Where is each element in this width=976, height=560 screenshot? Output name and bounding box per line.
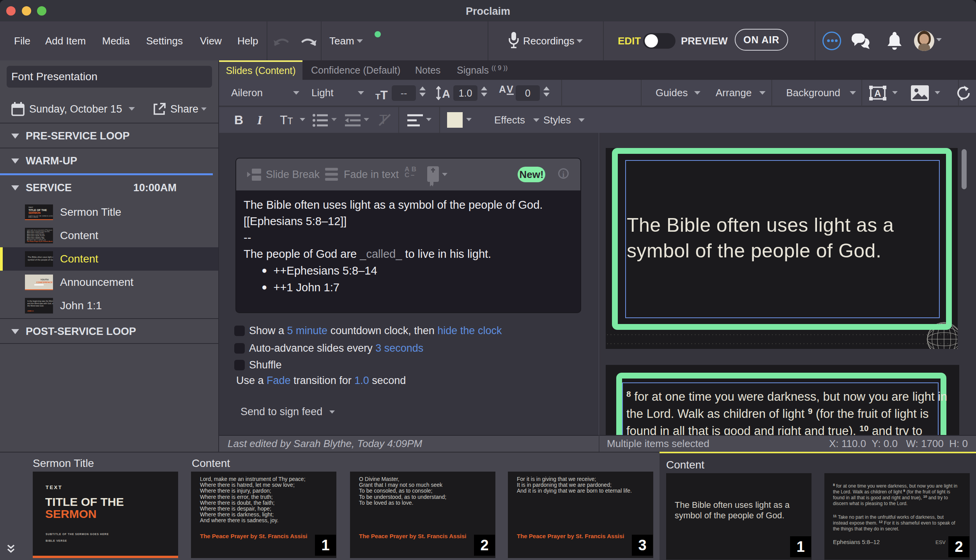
svg-text:A: A [499, 85, 506, 95]
svg-text:A: A [874, 88, 881, 99]
svg-text:V: V [507, 85, 513, 95]
svg-text:A: A [442, 87, 449, 100]
